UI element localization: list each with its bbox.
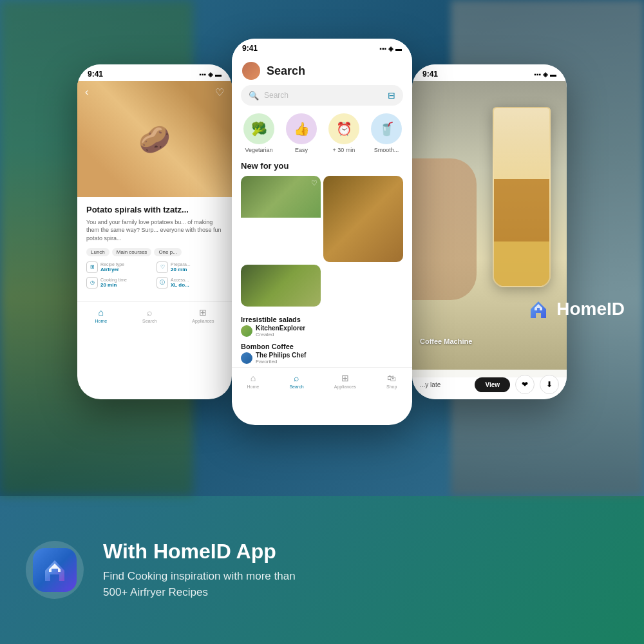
bottom-text-block: With HomeID App Find Cooking inspiration…: [103, 539, 618, 600]
homeid-logo-text: HomeID: [556, 299, 625, 319]
coffee-thumb-grid[interactable]: [323, 176, 403, 262]
meta-cook-time: ◷ Cooking time 20 min: [86, 277, 153, 289]
battery-icon-r: ▬: [550, 71, 556, 78]
chip-smoothie-icon: 🥤: [371, 113, 402, 144]
philips-sub: Favorited: [256, 359, 306, 365]
wifi-icon-r: ◈: [543, 71, 548, 78]
salad-title: Irresistible salads: [241, 316, 403, 323]
kitchen-avatar: [241, 325, 252, 337]
chip-smoothie[interactable]: 🥤 Smooth...: [368, 113, 404, 153]
homeid-logo: HomeID: [526, 296, 625, 322]
filter-icon[interactable]: ⊟: [388, 90, 395, 100]
status-icons-center: ▪▪▪ ◈ ▬: [379, 45, 402, 52]
recipe-hero-image: 🥔 ‹ ♡: [77, 81, 232, 197]
coffee-hero-image: Coffee Machine: [412, 81, 567, 377]
heart-action-btn[interactable]: ❤: [515, 375, 535, 394]
nav-appliances-label: Appliances: [192, 319, 214, 323]
search-icon-c: ⌕: [294, 373, 299, 383]
coffee-machine-label: Coffee Machine: [420, 337, 472, 345]
tag-one: One p...: [154, 248, 181, 256]
salad-heart-1: ♡: [311, 179, 317, 187]
bottom-section: With HomeID App Find Cooking inspiration…: [0, 496, 644, 644]
cook-icon: ◷: [86, 277, 98, 289]
status-bar-right: 9:41 ▪▪▪ ◈ ▬: [412, 64, 567, 81]
main-container: 9:41 ▪▪▪ ◈ ▬ 🥔 ‹ ♡ Potato spirals with t…: [0, 0, 644, 644]
recipe-description: You and your family love potatoes bu... …: [86, 218, 223, 243]
kitchen-sub: Created: [256, 332, 305, 337]
wifi-icon: ◈: [208, 71, 213, 78]
time-right: 9:41: [422, 70, 438, 79]
coffee-espresso-layer: [494, 179, 549, 242]
time-center: 9:41: [242, 44, 258, 53]
chip-easy[interactable]: 👍 Easy: [283, 113, 319, 153]
philips-avatar: [241, 352, 252, 364]
meta-recipe-type: ⊞ Recipe type Airfryer: [86, 261, 153, 273]
recipe-list-item-coffee[interactable]: Bombon Coffee The Philips Chef Favorited: [241, 340, 403, 367]
meta-accessory: ⓘ Access... XL do...: [156, 277, 223, 289]
new-for-you-title: New for you: [232, 161, 412, 176]
coffee-glass: [493, 107, 551, 287]
nav-appliances-left[interactable]: ⊞ Appliances: [192, 307, 214, 323]
salad-image-1: [241, 176, 321, 218]
salad-image-2: [241, 265, 321, 307]
view-button[interactable]: View: [475, 377, 510, 392]
nav-home-left[interactable]: ⌂ Home: [95, 307, 107, 323]
battery-icon: ▬: [215, 71, 222, 78]
nav-home-c-label: Home: [247, 384, 260, 389]
signal-icon-r: ▪▪▪: [534, 71, 541, 78]
recipe-tags: Lunch Main courses One p...: [86, 248, 223, 256]
nav-search-label: Search: [142, 319, 156, 323]
share-action-btn[interactable]: ⬇: [540, 375, 559, 394]
status-bar-center: 9:41 ▪▪▪ ◈ ▬: [232, 39, 412, 55]
search-header: Search: [232, 55, 412, 85]
nav-search-center[interactable]: ⌕ Search: [289, 373, 303, 389]
accessory-icon: ⓘ: [156, 277, 168, 289]
chip-30min-label: + 30 min: [333, 147, 355, 153]
chip-vegetarian[interactable]: 🥦 Vegetarian: [241, 113, 277, 153]
salad-thumb-2[interactable]: [241, 265, 321, 307]
search-bar-icon: 🔍: [249, 91, 259, 100]
coffee-milk-layer: [494, 242, 549, 286]
app-icon-svg: [41, 556, 68, 583]
recipe-list-item-salad[interactable]: Irresistible salads KitchenExplorer Crea…: [241, 313, 403, 340]
search-nav-icon: ⌕: [147, 307, 152, 317]
philips-author: The Philips Chef: [256, 352, 306, 359]
nav-shop-center[interactable]: 🛍 Shop: [386, 373, 397, 389]
phones-section: 9:41 ▪▪▪ ◈ ▬ 🥔 ‹ ♡ Potato spirals with t…: [0, 0, 644, 496]
phone-center: 9:41 ▪▪▪ ◈ ▬ Search 🔍 Search ⊟: [232, 39, 412, 425]
search-bar[interactable]: 🔍 Search ⊟: [241, 85, 403, 106]
salad-recipe-grid: ♡: [232, 176, 412, 313]
spiral-visual: 🥔: [77, 81, 232, 197]
screen-title: Search: [267, 64, 305, 78]
app-icon: [33, 548, 77, 592]
shop-icon-c: 🛍: [387, 373, 396, 383]
subtitle-line2: 500+ Airfryer Recipes: [103, 586, 208, 598]
nav-home-label: Home: [95, 319, 107, 323]
chip-vegetarian-label: Vegetarian: [245, 147, 272, 153]
nav-appliances-center[interactable]: ⊞ Appliances: [334, 373, 356, 389]
tag-lunch: Lunch: [86, 248, 109, 256]
hand-visual: [412, 158, 477, 300]
coffee-image-grid: [323, 176, 403, 262]
phone-left-nav: ⌂ Home ⌕ Search ⊞ Appliances: [77, 301, 232, 326]
search-input-placeholder: Search: [264, 91, 383, 100]
back-button[interactable]: ‹: [85, 86, 88, 98]
status-icons-right: ▪▪▪ ◈ ▬: [534, 71, 556, 78]
prep-icon: ♡: [156, 261, 168, 273]
kitchen-author: KitchenExplorer: [256, 325, 305, 332]
recipe-content: Potato spirals with tzatz... You and you…: [77, 197, 232, 301]
nav-search-left[interactable]: ⌕ Search: [142, 307, 156, 323]
chip-30min[interactable]: ⏰ + 30 min: [326, 113, 362, 153]
nav-home-center[interactable]: ⌂ Home: [247, 373, 260, 389]
bottom-title: With HomeID App: [103, 539, 618, 564]
home-icon-c: ⌂: [251, 373, 256, 383]
nav-search-c-label: Search: [289, 384, 303, 389]
nav-appliances-c-label: Appliances: [334, 384, 356, 389]
favorite-button[interactable]: ♡: [215, 86, 224, 99]
chip-easy-label: Easy: [295, 147, 308, 153]
salad-thumb-1[interactable]: ♡: [241, 176, 321, 262]
category-chips: 🥦 Vegetarian 👍 Easy ⏰ + 30 min 🥤 Smooth.…: [232, 113, 412, 161]
tag-main: Main courses: [112, 248, 152, 256]
home-icon: ⌂: [99, 307, 104, 317]
app-icon-circle: [26, 541, 84, 599]
